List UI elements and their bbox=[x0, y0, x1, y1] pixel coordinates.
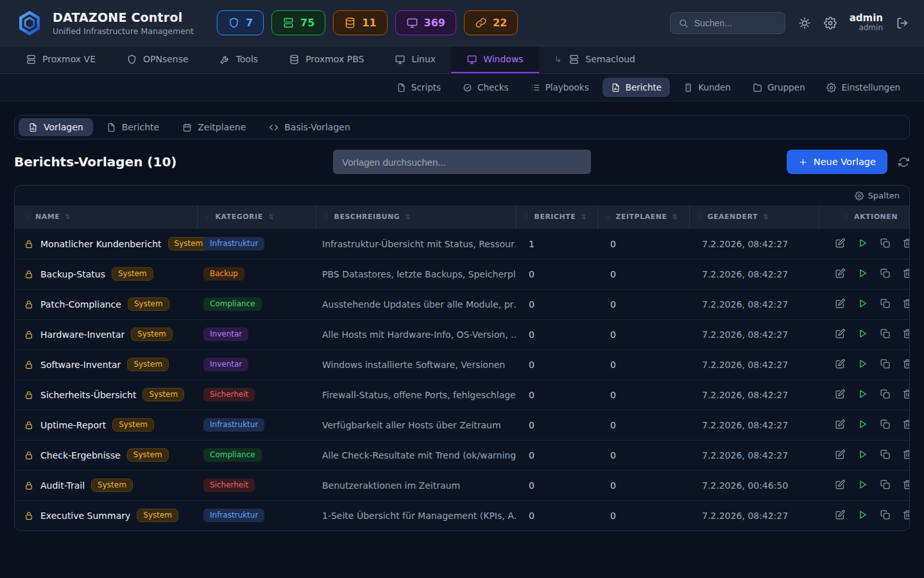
table-row[interactable]: Hardware-InventarSystemInventarAlle Host… bbox=[15, 319, 909, 349]
column-header-name[interactable]: NAME bbox=[15, 206, 197, 229]
module-nav-opnsense[interactable]: OPNsense bbox=[111, 46, 204, 73]
category-badge: Compliance bbox=[203, 297, 262, 311]
edit-button[interactable] bbox=[833, 296, 848, 313]
run-button[interactable] bbox=[855, 387, 870, 403]
tab-zeitplaene[interactable]: Zeitplaene bbox=[173, 118, 255, 136]
section-nav-gruppen[interactable]: Gruppen bbox=[744, 78, 814, 97]
table-row[interactable]: Executive SummarySystemInfrastruktur1-Se… bbox=[15, 500, 909, 530]
global-search[interactable] bbox=[670, 12, 785, 34]
delete-button[interactable] bbox=[900, 507, 910, 524]
tab-vorlagen[interactable]: Vorlagen bbox=[19, 118, 93, 136]
run-button[interactable] bbox=[855, 266, 870, 283]
module-nav-windows[interactable]: Windows bbox=[451, 46, 539, 73]
columns-button[interactable]: Spalten bbox=[855, 191, 900, 200]
column-label: BERICHTE bbox=[535, 213, 576, 221]
edit-button[interactable] bbox=[833, 387, 848, 403]
edit-button[interactable] bbox=[833, 417, 848, 434]
cell-actions bbox=[819, 229, 909, 259]
module-nav-label: Semacloud bbox=[585, 54, 635, 64]
theme-toggle-button[interactable] bbox=[798, 17, 811, 30]
section-nav-einstellungen[interactable]: Einstellungen bbox=[818, 78, 909, 97]
section-nav-berichte[interactable]: Berichte bbox=[603, 78, 670, 97]
delete-button[interactable] bbox=[900, 266, 910, 283]
module-nav-proxmox-ve[interactable]: Proxmox VE bbox=[10, 46, 111, 73]
duplicate-button[interactable] bbox=[878, 477, 893, 494]
column-header-kategorie[interactable]: KATEGORIE bbox=[197, 206, 316, 229]
cell-geaendert: 7.2.2026, 08:42:27 bbox=[689, 500, 819, 530]
module-nav-semacloud[interactable]: ↳Semacloud bbox=[539, 46, 651, 73]
run-button[interactable] bbox=[855, 417, 870, 434]
edit-button[interactable] bbox=[833, 447, 848, 464]
edit-button[interactable] bbox=[833, 477, 848, 494]
sort-icon bbox=[671, 213, 678, 220]
duplicate-button[interactable] bbox=[878, 236, 893, 252]
duplicate-button[interactable] bbox=[878, 387, 893, 403]
duplicate-button[interactable] bbox=[878, 266, 893, 283]
user-menu[interactable]: admin admin bbox=[850, 13, 883, 33]
delete-button[interactable] bbox=[900, 447, 910, 464]
global-search-input[interactable] bbox=[694, 18, 777, 28]
section-nav-scripts[interactable]: Scripts bbox=[388, 78, 449, 97]
table-row[interactable]: Check-ErgebnisseSystemComplianceAlle Che… bbox=[15, 440, 909, 470]
section-nav-kunden[interactable]: Kunden bbox=[675, 78, 739, 97]
stat-badge-server[interactable]: 75 bbox=[271, 10, 325, 35]
run-button[interactable] bbox=[855, 236, 870, 252]
run-button[interactable] bbox=[855, 507, 870, 524]
module-nav-tools[interactable]: Tools bbox=[204, 46, 274, 73]
column-header-geaendert[interactable]: GEAENDERT bbox=[689, 206, 819, 229]
logout-button[interactable] bbox=[896, 17, 909, 30]
delete-button[interactable] bbox=[900, 326, 910, 343]
delete-button[interactable] bbox=[900, 387, 910, 403]
duplicate-button[interactable] bbox=[878, 326, 893, 343]
cell-berichte: 0 bbox=[516, 500, 597, 530]
tab-basis-vorlagen[interactable]: Basis-Vorlagen bbox=[259, 118, 360, 136]
section-nav-checks[interactable]: Checks bbox=[454, 78, 517, 97]
new-template-button[interactable]: Neue Vorlage bbox=[787, 150, 887, 174]
column-header-berichte[interactable]: BERICHTE bbox=[516, 206, 597, 229]
table-row[interactable]: Uptime-ReportSystemInfrastrukturVerfügba… bbox=[15, 410, 909, 440]
settings-button[interactable] bbox=[824, 17, 837, 30]
delete-button[interactable] bbox=[900, 296, 910, 313]
column-header-zeitplaene[interactable]: ZEITPLAENE bbox=[597, 206, 689, 229]
delete-button[interactable] bbox=[900, 236, 910, 252]
duplicate-button[interactable] bbox=[878, 417, 893, 434]
stat-badge-database[interactable]: 11 bbox=[333, 10, 387, 35]
run-button[interactable] bbox=[855, 477, 870, 494]
template-search-input[interactable] bbox=[342, 157, 582, 168]
duplicate-button[interactable] bbox=[878, 356, 893, 373]
duplicate-button[interactable] bbox=[878, 447, 893, 464]
edit-button[interactable] bbox=[833, 326, 848, 343]
play-icon bbox=[857, 268, 868, 279]
stat-badge-link[interactable]: 22 bbox=[464, 10, 518, 35]
duplicate-button[interactable] bbox=[878, 296, 893, 313]
table-row[interactable]: Backup-StatusSystemBackupPBS Datastores,… bbox=[15, 259, 909, 289]
module-nav-proxmox-pbs[interactable]: Proxmox PBS bbox=[273, 46, 379, 73]
template-search[interactable] bbox=[333, 150, 591, 174]
delete-button[interactable] bbox=[900, 477, 910, 494]
run-button[interactable] bbox=[855, 326, 870, 343]
run-button[interactable] bbox=[855, 296, 870, 313]
column-header-beschreibung[interactable]: BESCHREIBUNG bbox=[316, 206, 516, 229]
table-row[interactable]: Software-InventarSystemInventarWindows i… bbox=[15, 349, 909, 380]
delete-button[interactable] bbox=[900, 356, 910, 373]
module-nav-linux[interactable]: Linux bbox=[379, 46, 451, 73]
table-row[interactable]: Audit-TrailSystemSicherheitBenutzeraktio… bbox=[15, 470, 909, 500]
edit-button[interactable] bbox=[833, 266, 848, 283]
section-nav-playbooks[interactable]: Playbooks bbox=[522, 78, 597, 97]
edit-button[interactable] bbox=[833, 507, 848, 524]
delete-button[interactable] bbox=[900, 417, 910, 434]
run-button[interactable] bbox=[855, 447, 870, 464]
edit-button[interactable] bbox=[833, 356, 848, 373]
stat-badge-monitor[interactable]: 369 bbox=[395, 10, 456, 35]
table-row[interactable]: Patch-ComplianceSystemComplianceAusstehe… bbox=[15, 289, 909, 319]
table-row[interactable]: Sicherheits-ÜbersichtSystemSicherheitFir… bbox=[15, 380, 909, 410]
table-row[interactable]: Monatlicher KundenberichtSystemInfrastru… bbox=[15, 229, 909, 259]
stat-badge-shield[interactable]: 7 bbox=[217, 10, 264, 35]
tab-berichte[interactable]: Berichte bbox=[97, 118, 169, 136]
run-button[interactable] bbox=[855, 356, 870, 373]
edit-button[interactable] bbox=[833, 236, 848, 252]
cell-description: Benutzeraktionen im Zeitraum bbox=[316, 470, 516, 500]
duplicate-button[interactable] bbox=[878, 507, 893, 524]
column-header-aktionen[interactable]: AKTIONEN bbox=[819, 206, 909, 229]
refresh-button[interactable] bbox=[898, 156, 910, 168]
